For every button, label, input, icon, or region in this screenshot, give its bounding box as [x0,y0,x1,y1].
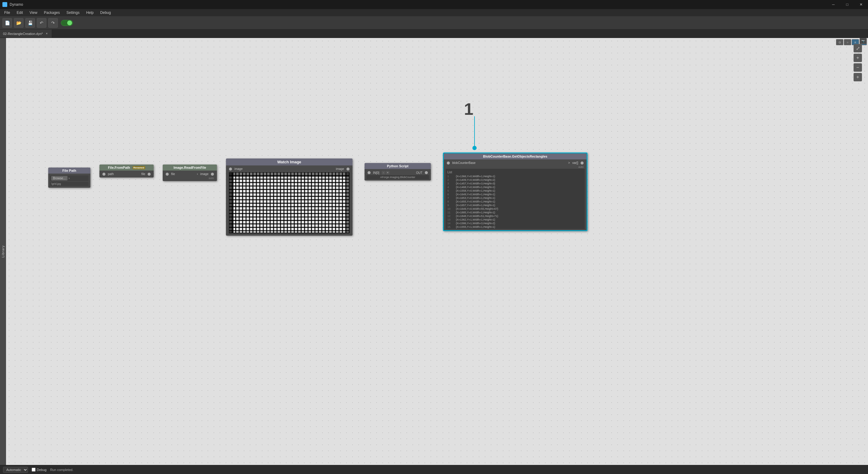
list-item: 8 {X=1655,Y=0,Width=1,Height=1} [447,200,584,203]
view-btn-2[interactable]: ○ [844,39,851,45]
watchimage-input-port [229,168,232,171]
undo-button[interactable]: ↶ [37,18,46,28]
toolbar: 📄 📂 💾 ↶ ↷ [0,16,868,30]
python-plus-btn[interactable]: + [385,171,390,175]
tabbar: 02-RectangleCreation.dyn* × [0,30,868,38]
new-button[interactable]: 📄 [2,18,12,28]
save-button[interactable]: 💾 [25,18,35,28]
canvas-area[interactable]: Library ⊙ ○ ≡ ⋮ 📷 ⤢ + − + 1 File Path [0,38,868,465]
menu-file[interactable]: File [1,10,13,16]
readfile-node-body: file › image auto [163,171,217,181]
debug-checkbox[interactable] [32,468,36,472]
file-path-node-header: File Path [48,168,90,174]
blob-counter-node: BlobCounterBase.GetObjectsRectangles blo… [443,152,588,231]
close-button[interactable]: ✕ [854,0,868,9]
menu-debug[interactable]: Debug [97,10,114,16]
list-item: 3 {X=1457,Y=0,Width=3,Height=3} [447,182,584,185]
frompath-port-row: path file [101,172,152,176]
zoom-controls: ⤢ + − + [854,44,862,81]
browse-button[interactable]: Browse... [51,176,67,180]
list-item: 10 {X=1649,Y=0,Width=55,Height=67} [447,207,584,211]
watch-image-display [229,172,349,233]
blob-expand[interactable]: > [568,161,571,165]
menubar: File Edit View Packages Settings Help De… [0,9,868,16]
zoom-in-button[interactable]: + [854,54,862,62]
python-node-body: IN[0] - + OUT AForge.Imaging.BlobCounter [365,169,431,180]
menu-settings[interactable]: Settings [64,10,83,16]
python-output-port [425,171,428,174]
watchimage-input-label: image [233,167,335,171]
filepath-value-row: \grid.jpg [50,182,89,186]
filepath-arrow: › [69,177,70,180]
watchimage-output-label: image [336,167,345,171]
zoom-reset-button[interactable]: + [854,73,862,81]
blob-input-label: blobCounterBase [451,161,567,165]
tab-label: 02-RectangleCreation.dyn* [3,32,43,35]
number-node: 1 [464,98,473,119]
window-controls: ─ □ ✕ [827,0,868,9]
blob-node-body: blobCounterBase > var[] auto List 1 {X=1… [444,159,587,230]
filepath-value: \grid.jpg [51,182,61,185]
tab-rectangle-creation[interactable]: 02-RectangleCreation.dyn* × [0,30,52,38]
blob-output-list: List 1 {X=1366,Y=0,Width=1,Height=1} 2 {… [445,169,585,229]
blob-input-port [447,161,450,165]
svg-rect-10 [345,172,349,233]
debug-checkbox-row: Debug [32,468,46,472]
open-button[interactable]: 📂 [14,18,24,28]
frompath-node-body: path file [99,171,154,177]
python-minus-btn[interactable]: - [382,171,385,175]
run-mode-select[interactable]: Automatic [3,467,28,473]
watchimage-node-body: image image [226,166,352,236]
frompath-output-port [148,173,151,176]
view-btn-1[interactable]: ⊙ [836,39,843,45]
menu-edit[interactable]: Edit [13,10,26,16]
menu-help[interactable]: Help [83,10,97,16]
frompath-input-label: path [107,172,140,176]
file-path-node: File Path Browse... › \grid.jpg [48,168,90,188]
run-toggle-knob [67,21,72,25]
watchimage-node-header: Watch Image [226,158,352,166]
blob-list-header: List [447,170,584,175]
blob-port-row: blobCounterBase > var[] [445,160,585,165]
list-item: 4 {X=1468,Y=0,Width=1,Height=1} [447,185,584,189]
run-toggle[interactable] [61,20,73,26]
filepath-browse-row: Browse... › [50,175,89,181]
canvas-background [0,38,868,465]
python-script-node: Python Script IN[0] - + OUT AForge.Imagi… [365,163,431,180]
redo-button[interactable]: ↷ [48,18,58,28]
list-item: 12 {X=1848,Y=0,Width=51,Height=71} [447,214,584,218]
minimize-button[interactable]: ─ [827,0,840,9]
tab-close-button[interactable]: × [44,32,49,36]
readfile-port-row: file › image [164,172,215,176]
fit-view-button[interactable]: ⤢ [854,44,862,53]
maximize-button[interactable]: □ [840,0,854,9]
frompath-input-port [102,173,105,176]
watch-image-node: Watch Image image image [226,158,352,236]
file-path-node-body: Browse... › \grid.jpg [48,174,90,188]
menu-packages[interactable]: Packages [41,10,63,16]
titlebar: Dynamo ─ □ ✕ [0,0,868,9]
python-node-header: Python Script [365,163,431,169]
list-item: 15 {X=1555,Y=1,Width=1,Height=1} [447,225,584,229]
python-out-label: OUT [416,171,424,175]
file-frompath-node: File.FromPath Renamed path file [99,165,154,177]
python-port-row: IN[0] - + OUT [366,170,429,175]
list-item: 11 {X=1885,Y=0,Width=1,Height=1} [447,211,584,214]
debug-label: Debug [37,468,46,472]
zoom-out-button[interactable]: − [854,63,862,72]
readfile-input-label: file [170,172,195,176]
library-panel[interactable]: Library [0,38,6,465]
grid-image-svg [229,172,349,233]
list-item: 13 {X=1362,Y=1,Width=1,Height=1} [447,218,584,221]
svg-rect-8 [229,172,234,233]
screenshot-btn[interactable]: 📷 [860,38,867,44]
readfile-auto-label: auto [164,176,215,180]
readfile-node-header: Image.ReadFromFile [163,165,217,171]
menu-view[interactable]: View [27,10,40,16]
watchimage-port-row: image image [228,167,351,171]
blob-output-label: var[] [572,161,579,165]
blob-auto-label: auto [445,165,585,169]
blob-output-port [581,161,584,165]
frompath-output-label: file [141,172,147,176]
number-connection-dot [472,146,477,150]
